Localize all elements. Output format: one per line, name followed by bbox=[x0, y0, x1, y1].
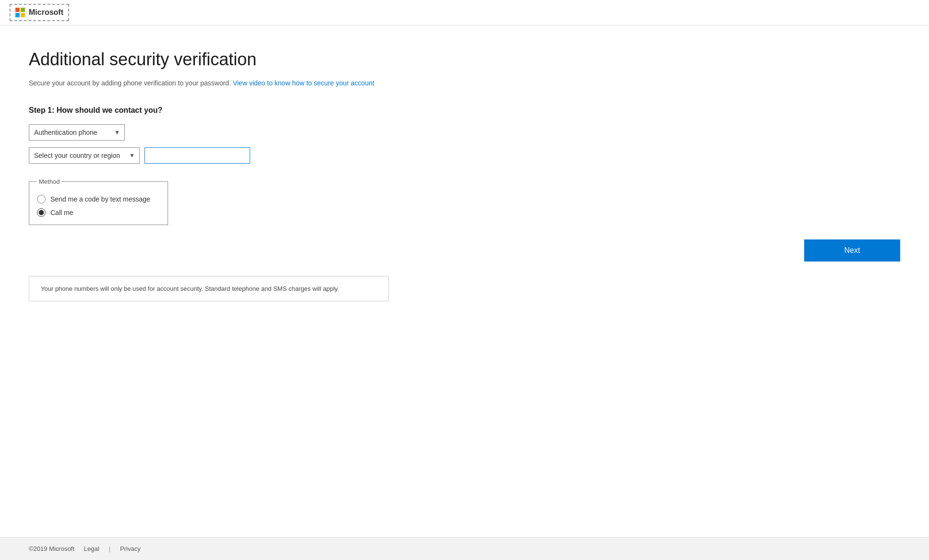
microsoft-logo-text: Microsoft bbox=[29, 8, 63, 17]
phone-number-input[interactable] bbox=[145, 147, 250, 164]
call-radio-option[interactable]: Call me bbox=[37, 208, 158, 217]
country-dropdown-wrapper: Select your country or region United Sta… bbox=[29, 147, 140, 164]
country-dropdown[interactable]: Select your country or region United Sta… bbox=[29, 147, 140, 164]
page-title: Additional security verification bbox=[29, 49, 900, 70]
main-content: Additional security verification Secure … bbox=[0, 25, 929, 537]
country-phone-row: Select your country or region United Sta… bbox=[29, 147, 900, 164]
method-legend: Method bbox=[37, 178, 61, 185]
call-radio-label: Call me bbox=[50, 209, 73, 216]
auth-method-dropdown[interactable]: Authentication phone Office phone Mobile… bbox=[29, 124, 125, 141]
page-footer: ©2019 Microsoft Legal | Privacy bbox=[0, 537, 929, 560]
footer-divider: | bbox=[109, 545, 110, 552]
step-label: Step 1: How should we contact you? bbox=[29, 106, 900, 115]
disclaimer-text: Your phone numbers will only be used for… bbox=[41, 285, 339, 292]
next-button[interactable]: Next bbox=[804, 239, 900, 262]
subtitle-link[interactable]: View video to know how to secure your ac… bbox=[233, 79, 374, 87]
page-header: Microsoft bbox=[0, 0, 929, 25]
footer-legal-link[interactable]: Legal bbox=[84, 545, 99, 552]
button-row: Next bbox=[29, 239, 900, 262]
footer-privacy-link[interactable]: Privacy bbox=[120, 545, 141, 552]
footer-copyright: ©2019 Microsoft bbox=[29, 545, 74, 552]
disclaimer-box: Your phone numbers will only be used for… bbox=[29, 276, 389, 301]
microsoft-logo-box[interactable]: Microsoft bbox=[10, 4, 69, 21]
sms-radio-input[interactable] bbox=[37, 195, 46, 203]
method-fieldset: Method Send me a code by text message Ca… bbox=[29, 178, 168, 225]
auth-method-dropdown-wrapper: Authentication phone Office phone Mobile… bbox=[29, 124, 125, 141]
call-radio-input[interactable] bbox=[37, 208, 46, 217]
subtitle-static-text: Secure your account by adding phone veri… bbox=[29, 79, 231, 87]
subtitle: Secure your account by adding phone veri… bbox=[29, 79, 900, 87]
sms-radio-option[interactable]: Send me a code by text message bbox=[37, 195, 158, 203]
sms-radio-label: Send me a code by text message bbox=[50, 195, 150, 203]
microsoft-logo-icon bbox=[15, 8, 25, 17]
